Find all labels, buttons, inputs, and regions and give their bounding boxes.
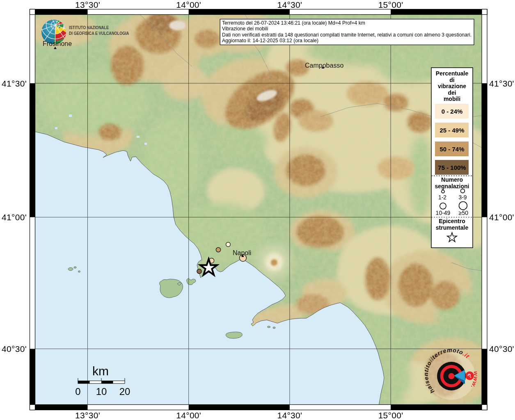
svg-text:di: di: [449, 77, 454, 83]
svg-text:0 - 24%: 0 - 24%: [442, 108, 463, 115]
svg-text:vibrazione: vibrazione: [438, 83, 466, 89]
svg-text:ISTITUTO NAZIONALE: ISTITUTO NAZIONALE: [69, 25, 109, 30]
svg-text:13°30': 13°30': [75, 411, 100, 420]
svg-text:41°00': 41°00': [489, 212, 514, 222]
svg-text:20: 20: [119, 386, 130, 397]
svg-text:15°00': 15°00': [378, 0, 403, 9]
svg-text:10-49: 10-49: [436, 210, 451, 216]
svg-text:strumentale: strumentale: [436, 224, 469, 231]
svg-text:Epicentro: Epicentro: [439, 218, 465, 224]
svg-text:DI GEOFISICA E VULCANOLOGIA: DI GEOFISICA E VULCANOLOGIA: [69, 31, 129, 36]
svg-text:14°00': 14°00': [176, 411, 201, 420]
svg-text:15°00': 15°00': [378, 411, 403, 420]
svg-text:Napoli: Napoli: [233, 249, 251, 256]
svg-text:Frosinone: Frosinone: [43, 40, 72, 47]
svg-text:75 - 100%: 75 - 100%: [438, 164, 466, 171]
svg-text:14°00': 14°00': [176, 0, 201, 9]
svg-text:0: 0: [75, 386, 80, 397]
svg-text:Vibrazione dei mobili: Vibrazione dei mobili: [222, 26, 268, 32]
svg-text:41°00': 41°00': [2, 212, 27, 222]
svg-text:25 - 49%: 25 - 49%: [439, 127, 464, 134]
svg-text:41°30': 41°30': [2, 79, 27, 88]
svg-text:Percentuale: Percentuale: [436, 70, 469, 77]
svg-text:40°30': 40°30': [2, 344, 27, 354]
svg-text:Aggiornato il: 14-12-2025 03:1: Aggiornato il: 14-12-2025 03:12 (ora loc…: [222, 38, 318, 43]
svg-text:dei: dei: [448, 89, 456, 96]
svg-text:41°30': 41°30': [489, 79, 514, 88]
svg-text:50 - 74%: 50 - 74%: [439, 146, 464, 153]
svg-text:14°30': 14°30': [277, 411, 302, 420]
svg-text:40°30': 40°30': [489, 344, 514, 354]
svg-text:Numero: Numero: [441, 176, 463, 183]
svg-text:km: km: [92, 364, 109, 378]
svg-text:mobili: mobili: [444, 96, 460, 102]
svg-text:Campobasso: Campobasso: [305, 62, 343, 69]
svg-text:10: 10: [96, 386, 107, 397]
svg-text:segnalazioni: segnalazioni: [435, 183, 469, 189]
svg-text:≥50: ≥50: [459, 210, 468, 216]
svg-text:13°30': 13°30': [75, 0, 100, 9]
svg-text:3-9: 3-9: [458, 194, 467, 201]
svg-text:Dati non verificati estratti d: Dati non verificati estratti da 148 ques…: [222, 32, 472, 38]
svg-text:1-2: 1-2: [438, 194, 446, 201]
svg-text:14°30': 14°30': [277, 0, 302, 9]
svg-text:Terremoto del 26-07-2024 13:46: Terremoto del 26-07-2024 13:46:21 (ora l…: [222, 20, 365, 26]
